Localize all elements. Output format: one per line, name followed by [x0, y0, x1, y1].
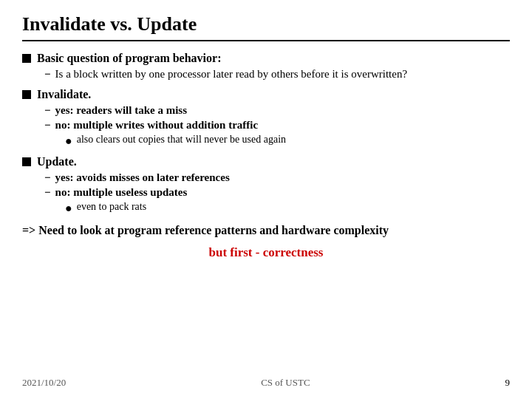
sub-bullet-basic-0-text: Is a block written by one processor late… [55, 68, 408, 81]
main-bullet-basic: Basic question of program behavior: [22, 52, 510, 65]
sub-bullet-update-1: − no: multiple useless updates [44, 186, 510, 199]
dash-icon-upd-1: − [44, 186, 51, 199]
sub-bullets-update: − yes: avoids misses on later references… [44, 171, 510, 215]
sub-bullet-invalidate-1: − no: multiple writes without addition t… [44, 119, 510, 132]
section-invalidate: Invalidate. − yes: readers will take a m… [22, 88, 510, 148]
dash-icon-upd-0: − [44, 171, 51, 184]
sub-sub-bullets-invalidate: ● also clears out copies that will never… [65, 134, 510, 148]
sub-bullets-invalidate: − yes: readers will take a miss − no: mu… [44, 104, 510, 148]
conclusion-text: => Need to look at program reference pat… [22, 222, 510, 239]
dash-icon-inv-0: − [44, 104, 51, 117]
slide: Invalidate vs. Update Basic question of … [0, 0, 532, 399]
section-basic: Basic question of program behavior: − Is… [22, 52, 510, 81]
main-bullet-update: Update. [22, 155, 510, 168]
sub-bullet-invalidate-0: − yes: readers will take a miss [44, 104, 510, 117]
sub-sub-bullets-update: ● even to pack rats [65, 201, 510, 215]
dot-icon-upd: ● [65, 201, 72, 215]
sub-bullet-update-1-text: no: multiple useless updates [55, 186, 188, 199]
main-bullet-basic-label: Basic question of program behavior: [37, 52, 221, 65]
dash-icon: − [44, 68, 51, 81]
slide-footer: 2021/10/20 CS of USTC 9 [22, 371, 510, 389]
square-icon-2 [22, 90, 31, 99]
footer-left: 2021/10/20 [22, 377, 66, 389]
main-bullet-update-label: Update. [37, 155, 77, 168]
sub-bullet-basic-0: − Is a block written by one processor la… [44, 68, 510, 81]
main-bullet-invalidate: Invalidate. [22, 88, 510, 101]
square-icon-3 [22, 157, 31, 166]
sub-bullet-invalidate-0-text: yes: readers will take a miss [55, 104, 187, 117]
slide-title: Invalidate vs. Update [22, 13, 510, 41]
footer-center: CS of USTC [261, 377, 310, 389]
sub-bullet-update-0: − yes: avoids misses on later references [44, 171, 510, 184]
sub-sub-bullet-invalidate-0-text: also clears out copies that will never b… [77, 134, 286, 146]
sub-bullet-update-0-text: yes: avoids misses on later references [55, 171, 230, 184]
square-icon [22, 54, 31, 63]
sub-sub-bullet-update-0-text: even to pack rats [77, 201, 146, 213]
sub-sub-bullet-update-0: ● even to pack rats [65, 201, 510, 215]
sub-bullets-basic: − Is a block written by one processor la… [44, 68, 510, 81]
sub-sub-bullet-invalidate-0: ● also clears out copies that will never… [65, 134, 510, 148]
section-update: Update. − yes: avoids misses on later re… [22, 155, 510, 215]
main-bullet-invalidate-label: Invalidate. [37, 88, 91, 101]
dash-icon-inv-1: − [44, 119, 51, 132]
footer-right: 9 [505, 377, 510, 389]
but-first-text: but first - correctness [22, 245, 510, 260]
slide-content: Basic question of program behavior: − Is… [22, 47, 510, 371]
sub-bullet-invalidate-1-text: no: multiple writes without addition tra… [55, 119, 259, 132]
dot-icon-inv: ● [65, 134, 72, 148]
